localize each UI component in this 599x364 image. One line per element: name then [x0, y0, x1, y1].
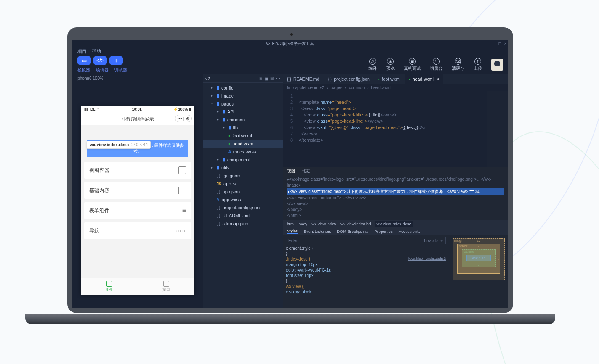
list-item[interactable]: 基础内容 [84, 182, 191, 199]
tree-node[interactable]: { }project.config.json [203, 203, 283, 211]
tree-node[interactable]: ▸▮config [203, 84, 283, 92]
inspect-tooltip: wx-view.index-desc 240 × 44 [87, 141, 151, 149]
toolbar-actions: ◎编译 ◉预览 ▣真机调试 ⇆切后台 ⌫清缓存 ⤒上传 [368, 58, 503, 71]
breadcrumb[interactable]: fino-applet-demo-v2›pages›common›head.wx… [283, 84, 508, 91]
subtab-dom-bp[interactable]: DOM Breakpoints [337, 229, 368, 234]
tab-readme[interactable]: { }README.md [283, 74, 323, 84]
background-button[interactable]: ⇆切后台 [430, 58, 443, 71]
tab-foot-wxml[interactable]: ▪foot.wxml [374, 74, 405, 84]
tree-node[interactable]: ▸▮API [203, 108, 283, 116]
view-container-icon [178, 166, 186, 174]
devtools-tab-view[interactable]: 视图 [287, 168, 295, 174]
window-titlebar: v2-FinClip小程序开发工具 —□× [72, 40, 508, 47]
editor-tabs: { }README.md { }project.config.json ▪foo… [283, 74, 508, 84]
tree-node[interactable]: { }.gitignore [203, 171, 283, 179]
subtab-styles[interactable]: Styles [287, 229, 298, 234]
file-explorer: v2 ⊞▣⊟⋯ ▸▮config▸▮image▾▮pages▸▮API▾▮com… [203, 74, 283, 308]
tree-node[interactable]: { }sitemap.json [203, 219, 283, 227]
simulator-panel: iphone6 100% ııll IDE ⌃ 10:01 ⚡100% ▮ 小程… [72, 74, 203, 308]
tree-node[interactable]: { }app.json [203, 187, 283, 195]
menu-icon: ≡ [182, 207, 186, 214]
tab-head-wxml[interactable]: ▪head.wxml× [405, 74, 443, 84]
collapse-icon[interactable]: ⊟ [270, 76, 274, 81]
list-item[interactable]: 表单组件≡ [84, 202, 191, 219]
devtools-subtabs: Styles Event Listeners DOM Breakpoints P… [283, 227, 508, 235]
list-item[interactable]: 导航○○○ [84, 222, 191, 239]
phone-preview: ııll IDE ⌃ 10:01 ⚡100% ▮ 小程序组件展示 ••• | ⊗… [81, 106, 194, 295]
avatar[interactable] [491, 59, 503, 71]
new-file-icon[interactable]: ⊞ [259, 76, 262, 81]
phone-tab-components[interactable]: 组件 [81, 278, 138, 295]
tree-node[interactable]: { }README.md [203, 211, 283, 219]
laptop-mockup: v2-FinClip小程序开发工具 —□× 项目 帮助 ▭ </> ⫴ 模拟器 … [67, 27, 513, 322]
menu-help[interactable]: 帮助 [92, 48, 101, 55]
tree-node[interactable]: #app.wxss [203, 195, 283, 203]
new-folder-icon[interactable]: ▣ [265, 76, 268, 81]
laptop-base [25, 314, 555, 324]
devtools-tab-log[interactable]: 日志 [301, 168, 310, 174]
tree-node[interactable]: ▸▮utils [203, 164, 283, 171]
subtab-props[interactable]: Properties [374, 229, 392, 234]
capsule-button[interactable]: ••• | ⊗ [175, 115, 192, 122]
tree-node[interactable]: ▪foot.wxml [203, 132, 283, 140]
project-root[interactable]: v2 [205, 76, 210, 81]
subtab-listeners[interactable]: Event Listeners [304, 229, 331, 234]
menubar: 项目 帮助 [72, 47, 508, 55]
styles-pane[interactable]: Filter:hov .cls ＋ element.style { } .ind… [283, 235, 449, 308]
subtab-a11y[interactable]: Accessibility [399, 229, 421, 234]
mode-simulator-button[interactable]: ▭ [77, 56, 91, 65]
text-icon [178, 187, 186, 194]
compile-button[interactable]: ◎编译 [368, 58, 377, 71]
preview-button[interactable]: ◉预览 [386, 58, 395, 71]
devtools-panel: 视图 日志 ▸<wx-image class="index-logo" src=… [283, 167, 508, 308]
mode-debugger-button[interactable]: ⫴ [109, 56, 123, 65]
tree-node[interactable]: ▸▮image [203, 92, 283, 100]
code-editor[interactable]: 12345678 <template name="head"> <view cl… [283, 91, 508, 167]
element-path[interactable]: htmlbodywx-view.indexwx-view.index-hdwx-… [283, 220, 508, 227]
window-title: v2-FinClip小程序开发工具 [266, 41, 314, 46]
more-icon: ○○○ [174, 228, 186, 234]
more-icon[interactable]: ⋯ [276, 76, 280, 81]
clear-cache-button[interactable]: ⌫清缓存 [452, 58, 464, 71]
upload-button[interactable]: ⤒上传 [474, 58, 482, 71]
camera-dot [290, 33, 293, 36]
toolbar: ▭ </> ⫴ 模拟器 编辑器 调试器 ◎编译 ◉预览 ▣真机调试 ⇆切后台 ⌫… [72, 55, 508, 74]
tree-node[interactable]: ▸▮lib [203, 124, 283, 132]
tab-overflow[interactable]: ⋯ [443, 74, 453, 84]
list-item[interactable]: 视图容器 [84, 162, 191, 179]
tree-node[interactable]: ▸▮component [203, 156, 283, 164]
menu-project[interactable]: 项目 [77, 48, 87, 55]
mode-editor-button[interactable]: </> [93, 56, 107, 65]
box-model: margin10--- border---- padding---- 240 ×… [449, 235, 508, 308]
devtools-tabs: 视图 日志 [283, 167, 508, 175]
ide-window: v2-FinClip小程序开发工具 —□× 项目 帮助 ▭ </> ⫴ 模拟器 … [72, 40, 508, 308]
phone-statusbar: ııll IDE ⌃ 10:01 ⚡100% ▮ [81, 106, 194, 113]
tree-node[interactable]: ▾▮pages [203, 100, 283, 108]
minimap[interactable] [487, 91, 508, 167]
window-controls[interactable]: —□× [491, 40, 506, 47]
elements-tree[interactable]: ▸<wx-image class="index-logo" src="../re… [283, 175, 508, 220]
phone-navbar: 小程序组件展示 ••• | ⊗ [81, 113, 194, 125]
tree-node[interactable]: ▾▮common [203, 116, 283, 124]
phone-tab-api[interactable]: 接口 [138, 278, 194, 295]
tree-node[interactable]: #index.wxss [203, 148, 283, 156]
remote-debug-button[interactable]: ▣真机调试 [404, 58, 421, 71]
tree-node[interactable]: JSapp.js [203, 179, 283, 187]
tab-project-config[interactable]: { }project.config.json [323, 74, 374, 84]
close-icon[interactable]: × [437, 76, 439, 82]
simulator-device-label: iphone6 100% [72, 74, 203, 82]
tree-node[interactable]: ▪head.wxml [203, 140, 283, 148]
